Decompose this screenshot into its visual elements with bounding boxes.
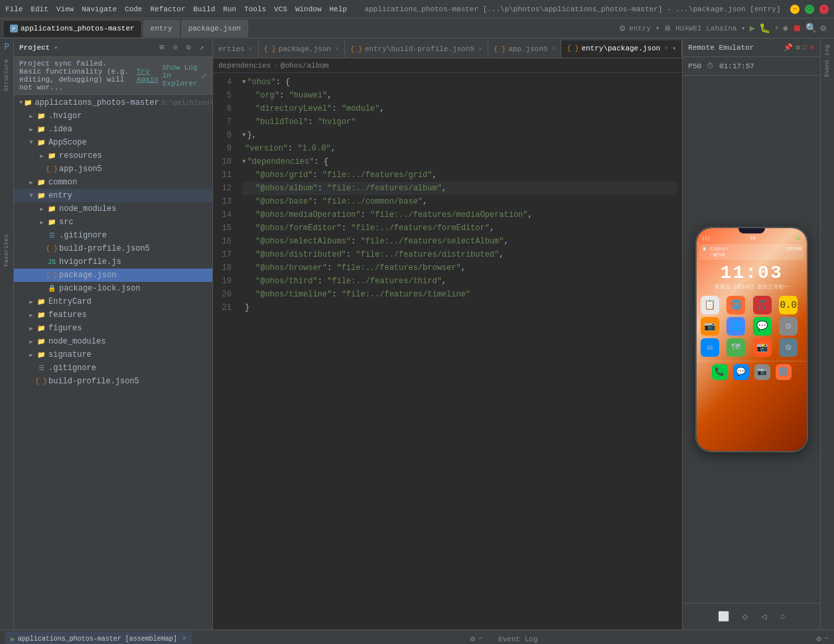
stop-button[interactable]: ⏹	[792, 23, 801, 34]
scroll-from-source-icon[interactable]: ⊙	[170, 42, 180, 53]
menu-file[interactable]: File	[5, 5, 23, 13]
tree-item-appscope[interactable]: ▼ 📁 AppScope	[14, 136, 212, 149]
run-tab-close[interactable]: ×	[182, 635, 186, 643]
structure-icon[interactable]: Structure	[0, 56, 13, 96]
phone-app-3[interactable]: 🎵	[753, 296, 772, 314]
phone-app-12[interactable]: ⚙	[779, 338, 798, 357]
tree-item-node-modules-root[interactable]: ▶ 📁 node_modules	[14, 335, 212, 348]
tree-item-entrycard[interactable]: ▶ 📁 EntryCard	[14, 295, 212, 308]
tab-entry-package-close[interactable]: ×	[664, 45, 668, 52]
phone-app-5[interactable]: 📷	[701, 317, 719, 336]
close-button[interactable]: ×	[819, 5, 829, 14]
dock-msg[interactable]: 💬	[733, 364, 749, 380]
panel-pin-icon[interactable]: ↗	[196, 42, 207, 53]
dismiss-notification-icon[interactable]: ✓	[202, 70, 207, 82]
tab-dropdown-icon[interactable]: ▾	[672, 44, 676, 52]
phone-app-7[interactable]: 💬	[753, 317, 772, 336]
menu-edit[interactable]: Edit	[31, 5, 48, 13]
panel-settings-icon[interactable]: ⚙	[183, 42, 194, 53]
phone-square-btn[interactable]: ⬜	[718, 611, 729, 622]
breadcrumb-part2[interactable]: @ohos/album	[281, 62, 329, 70]
tree-root[interactable]: ▼ 📁 applications_photos-master D:\peizhi…	[14, 96, 212, 109]
panel-gear-icon[interactable]: ⚙	[470, 634, 475, 644]
tree-item-common[interactable]: ▶ 📁 common	[14, 176, 212, 189]
phone-app-9[interactable]: ✉	[701, 338, 719, 357]
tab-build-close[interactable]: ×	[478, 46, 482, 53]
event-log-tab[interactable]: Event Log	[498, 635, 537, 643]
panel-dropdown[interactable]: ▾	[54, 44, 58, 52]
phone-back-btn[interactable]: ◁	[761, 611, 766, 622]
phone-app-6[interactable]: 🌐	[727, 317, 745, 336]
tab-package-close[interactable]: ×	[335, 46, 339, 53]
emulator-settings-icon[interactable]: ⚙	[796, 43, 800, 52]
dock-browser[interactable]: 🌐	[776, 364, 792, 380]
tree-item-appjson[interactable]: ▶ { } app.json5	[14, 162, 212, 176]
menu-help[interactable]: Help	[330, 5, 347, 13]
tree-item-build-profile-entry[interactable]: ▶ { } build-profile.json5	[14, 242, 212, 255]
panel-minimize-icon[interactable]: −	[478, 634, 482, 644]
emulator-close-icon[interactable]: ×	[809, 42, 815, 53]
notif-action[interactable]: 立即升级	[786, 246, 801, 258]
breadcrumb-part1[interactable]: dependencies	[218, 62, 271, 70]
phone-app-4[interactable]: 0.0	[779, 296, 798, 314]
favorites-icon[interactable]: Favorites	[0, 231, 13, 271]
menu-window[interactable]: Window	[295, 5, 322, 13]
menu-code[interactable]: Code	[125, 5, 142, 13]
window-controls[interactable]: − □ ×	[790, 5, 829, 14]
collapse-all-icon[interactable]: ⊞	[157, 42, 167, 53]
tree-item-hvigorfile[interactable]: ▶ JS hvigorfile.js	[14, 255, 212, 269]
settings-gear-icon[interactable]: ⚙	[821, 23, 826, 34]
right-minimize-icon[interactable]: −	[824, 634, 829, 644]
dock-phone[interactable]: 📞	[712, 364, 728, 380]
tree-item-package-json[interactable]: ▶ { } package.json	[14, 269, 212, 282]
tree-item-package-lock[interactable]: ▶ 🔒 package-lock.json	[14, 282, 212, 295]
tree-item-gitignore-root[interactable]: ▶ ☰ .gitignore	[14, 361, 212, 375]
tree-item-idea[interactable]: ▶ 📁 .idea	[14, 123, 212, 136]
emulator-maximize-icon[interactable]: □	[803, 44, 807, 51]
tab-run[interactable]: ▶ applications_photos-master [assembleHa…	[5, 631, 192, 645]
debug-button[interactable]: 🐛	[759, 23, 770, 34]
tab-erties[interactable]: erties ×	[213, 40, 259, 58]
coverage-button[interactable]: ◉	[783, 23, 788, 33]
project-panel-icon[interactable]: P	[1, 41, 13, 53]
dock-camera[interactable]: 📷	[754, 364, 770, 380]
tree-item-build-profile-root[interactable]: ▶ { } build-profile.json5	[14, 375, 212, 388]
phone-app-10[interactable]: 🗺	[727, 338, 745, 357]
tab-app-close[interactable]: ×	[551, 46, 555, 53]
project-tab-main[interactable]: P applications_photos-master	[3, 20, 142, 37]
project-tab-package[interactable]: package.json	[181, 20, 248, 37]
pin-icon[interactable]: 📌	[784, 43, 793, 52]
menu-refactor[interactable]: Refactor	[150, 5, 185, 13]
tab-erties-close[interactable]: ×	[249, 46, 253, 53]
tree-item-gitignore-entry[interactable]: ▶ ☰ .gitignore	[14, 229, 212, 242]
tree-item-hvigor[interactable]: ▶ 📁 .hvigor	[14, 109, 212, 123]
run-config-icon[interactable]: entry ▾	[629, 24, 660, 32]
tree-item-resources[interactable]: ▶ 📁 resources	[14, 149, 212, 162]
search-everywhere-icon[interactable]: 🔍	[805, 23, 817, 34]
settings-icon[interactable]: ⚙	[620, 23, 625, 34]
right-gear-icon[interactable]: ⚙	[817, 634, 821, 644]
profile-button[interactable]: ⚡	[774, 23, 779, 33]
tree-item-entry[interactable]: ▼ 📁 entry	[14, 189, 212, 202]
menu-vcs[interactable]: VCS	[274, 5, 287, 13]
phone-app-2[interactable]: 🌐	[727, 296, 745, 314]
tab-build-profile[interactable]: { } entry\build-profile.json5 ×	[345, 40, 488, 58]
tab-entry-package[interactable]: { } entry\package.json × ▾	[561, 40, 682, 58]
menu-navigate[interactable]: Navigate	[82, 5, 117, 13]
tree-item-figures[interactable]: ▶ 📁 figures	[14, 322, 212, 335]
device-icon[interactable]: 🖥 HUAWEI Lahaina ▾	[663, 24, 745, 32]
project-tab-entry[interactable]: entry	[143, 20, 180, 37]
code-content[interactable]: ▼"ohos": { "org": "huawei", "directoryLe…	[237, 73, 682, 629]
tab-app-json5[interactable]: { } app.json5 ×	[488, 40, 561, 58]
tree-item-signature[interactable]: ▶ 📁 signature	[14, 348, 212, 361]
menu-view[interactable]: View	[56, 5, 74, 13]
tree-item-node-modules-entry[interactable]: ▶ 📁 node_modules	[14, 202, 212, 216]
menu-bar[interactable]: File Edit View Navigate Code Refactor Bu…	[5, 5, 347, 13]
try-again-link[interactable]: Try Again	[137, 68, 159, 84]
minimize-button[interactable]: −	[790, 5, 799, 14]
menu-run[interactable]: Run	[223, 5, 236, 13]
tab-package-json[interactable]: { } package.json ×	[259, 40, 345, 58]
phone-home-btn[interactable]: ○	[780, 612, 785, 622]
phone-app-1[interactable]: 📋	[701, 296, 719, 314]
phone-app-8[interactable]: ⚙	[779, 317, 798, 336]
